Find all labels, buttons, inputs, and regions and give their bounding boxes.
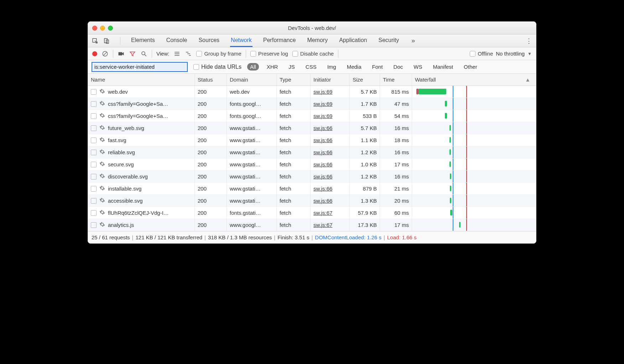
cell-domain: www.googl… <box>227 219 277 231</box>
clear-icon[interactable] <box>102 50 109 57</box>
group-by-frame-checkbox[interactable]: Group by frame <box>196 51 241 57</box>
initiator-link[interactable]: sw.js:66 <box>313 125 332 131</box>
cell-type: fetch <box>277 98 311 110</box>
row-checkbox[interactable] <box>91 125 97 131</box>
cell-status: 200 <box>195 122 227 134</box>
preserve-log-checkbox[interactable]: Preserve log <box>250 51 288 57</box>
filter-type-manifest[interactable]: Manifest <box>430 63 456 71</box>
initiator-link[interactable]: sw.js:66 <box>313 161 332 167</box>
col-name[interactable]: Name <box>88 74 195 85</box>
row-checkbox[interactable] <box>91 174 97 180</box>
cell-size: 57.9 KB <box>350 207 380 219</box>
table-row[interactable]: discoverable.svg200www.gstati…fetchsw.js… <box>88 171 536 183</box>
overflow-tabs-icon[interactable]: » <box>410 37 417 45</box>
initiator-link[interactable]: sw.js:66 <box>313 198 332 204</box>
divider <box>152 50 152 58</box>
table-row[interactable]: secure.svg200www.gstati…fetchsw.js:661.0… <box>88 158 536 171</box>
maximize-icon[interactable] <box>108 26 113 31</box>
col-initiator[interactable]: Initiator <box>311 74 350 85</box>
filter-type-css[interactable]: CSS <box>303 63 319 71</box>
kebab-menu-icon[interactable]: ⋮ <box>525 37 532 45</box>
filter-type-font[interactable]: Font <box>369 63 386 71</box>
initiator-link[interactable]: sw.js:67 <box>313 222 332 228</box>
table-row[interactable]: web.dev200web.devfetchsw.js:695.7 KB815 … <box>88 86 536 98</box>
col-type[interactable]: Type <box>277 74 311 85</box>
disable-cache-checkbox[interactable]: Disable cache <box>292 51 334 57</box>
col-status[interactable]: Status <box>195 74 227 85</box>
filter-type-all[interactable]: All <box>247 63 259 71</box>
row-checkbox[interactable] <box>91 150 97 155</box>
cell-type: fetch <box>277 171 311 182</box>
table-row[interactable]: css?family=Google+Sa…200fonts.googl…fetc… <box>88 98 536 110</box>
traffic-lights <box>92 26 113 31</box>
tab-application[interactable]: Application <box>338 35 368 47</box>
table-row[interactable]: installable.svg200www.gstati…fetchsw.js:… <box>88 183 536 195</box>
row-checkbox[interactable] <box>91 89 97 95</box>
col-size[interactable]: Size <box>350 74 380 85</box>
row-checkbox[interactable] <box>91 113 97 119</box>
initiator-link[interactable]: sw.js:69 <box>313 89 332 95</box>
filter-input[interactable] <box>92 62 188 72</box>
camera-icon[interactable] <box>118 50 125 57</box>
cell-size: 17.3 KB <box>350 219 380 231</box>
search-icon[interactable] <box>140 50 147 57</box>
tab-memory[interactable]: Memory <box>306 35 328 47</box>
hide-data-urls-checkbox[interactable]: Hide data URLs <box>193 64 241 70</box>
close-icon[interactable] <box>92 26 97 31</box>
tab-sources[interactable]: Sources <box>198 35 220 47</box>
filter-icon[interactable] <box>129 50 136 57</box>
initiator-link[interactable]: sw.js:67 <box>313 210 332 216</box>
filter-type-xhr[interactable]: XHR <box>264 63 281 71</box>
filter-type-img[interactable]: Img <box>324 63 339 71</box>
table-row[interactable]: analytics.js200www.googl…fetchsw.js:6717… <box>88 219 536 231</box>
request-name: future_web.svg <box>108 125 144 131</box>
filter-type-js[interactable]: JS <box>286 63 298 71</box>
throttling-select[interactable]: No throttling <box>496 51 525 57</box>
filter-type-other[interactable]: Other <box>461 63 480 71</box>
large-rows-icon[interactable] <box>173 50 181 57</box>
filter-type-doc[interactable]: Doc <box>391 63 406 71</box>
row-checkbox[interactable] <box>91 101 97 107</box>
device-toggle-icon[interactable] <box>103 37 110 45</box>
offline-checkbox[interactable]: Offline <box>470 51 493 57</box>
tab-security[interactable]: Security <box>378 35 400 47</box>
initiator-link[interactable]: sw.js:66 <box>313 137 332 143</box>
row-checkbox[interactable] <box>91 162 97 167</box>
initiator-link[interactable]: sw.js:66 <box>313 186 332 192</box>
table-row[interactable]: flUhRq6tzZclQEJ-Vdg-I…200fonts.gstati…fe… <box>88 207 536 219</box>
initiator-link[interactable]: sw.js:69 <box>313 113 332 119</box>
initiator-link[interactable]: sw.js:69 <box>313 101 332 107</box>
initiator-link[interactable]: sw.js:66 <box>313 149 332 155</box>
chevron-down-icon[interactable]: ▼ <box>527 51 532 56</box>
tab-elements[interactable]: Elements <box>130 35 156 47</box>
row-checkbox[interactable] <box>91 137 97 143</box>
filter-type-media[interactable]: Media <box>344 63 364 71</box>
inspect-icon[interactable] <box>92 37 99 45</box>
table-row[interactable]: accessible.svg200www.gstati…fetchsw.js:6… <box>88 195 536 207</box>
table-row[interactable]: future_web.svg200www.gstati…fetchsw.js:6… <box>88 122 536 134</box>
table-row[interactable]: css?family=Google+Sa…200fonts.googl…fetc… <box>88 110 536 122</box>
initiator-link[interactable]: sw.js:66 <box>313 173 332 180</box>
row-checkbox[interactable] <box>91 210 97 216</box>
waterfall-view-icon[interactable] <box>185 50 192 57</box>
col-waterfall[interactable]: Waterfall▲ <box>412 74 536 85</box>
table-row[interactable]: fast.svg200www.gstati…fetchsw.js:661.1 K… <box>88 134 536 146</box>
filter-type-ws[interactable]: WS <box>411 63 425 71</box>
col-domain[interactable]: Domain <box>227 74 277 85</box>
cell-type: fetch <box>277 134 311 146</box>
table-row[interactable]: reliable.svg200www.gstati…fetchsw.js:661… <box>88 146 536 158</box>
cell-time: 18 ms <box>380 134 412 146</box>
tab-network[interactable]: Network <box>230 35 253 47</box>
cell-size: 1.1 KB <box>350 134 380 146</box>
tab-performance[interactable]: Performance <box>262 35 297 47</box>
row-checkbox[interactable] <box>91 222 97 228</box>
row-checkbox[interactable] <box>91 198 97 204</box>
tab-console[interactable]: Console <box>166 35 188 47</box>
cell-time: 20 ms <box>380 195 412 207</box>
record-button[interactable] <box>92 51 97 56</box>
row-checkbox[interactable] <box>91 186 97 192</box>
cell-size: 5.7 KB <box>350 122 380 134</box>
col-time[interactable]: Time <box>380 74 412 85</box>
minimize-icon[interactable] <box>100 26 105 31</box>
cell-time: 815 ms <box>380 86 412 98</box>
